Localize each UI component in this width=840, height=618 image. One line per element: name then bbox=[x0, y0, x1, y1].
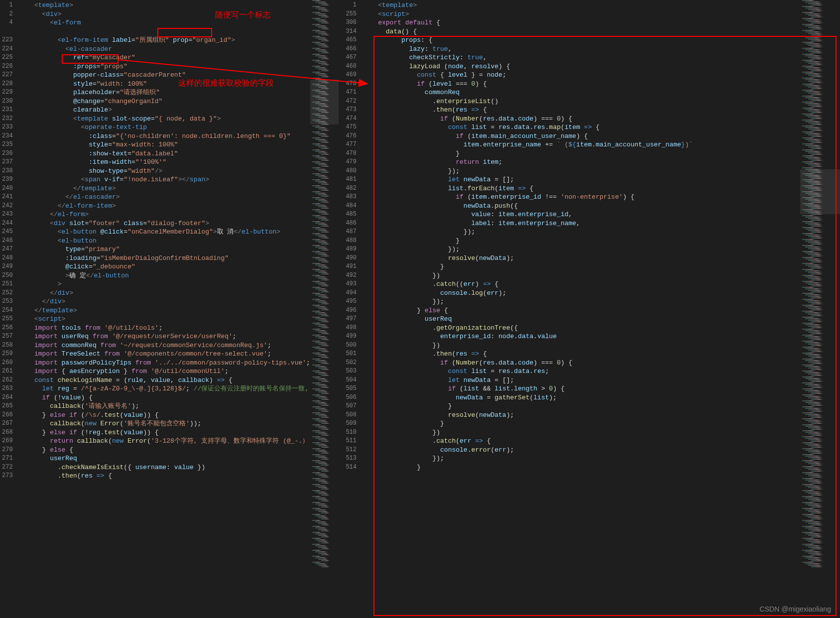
code-line[interactable]: show-type="width"/> bbox=[19, 167, 310, 176]
code-line[interactable]: .then(res => { bbox=[19, 472, 310, 481]
code-line[interactable]: } else { bbox=[19, 446, 310, 455]
code-line[interactable]: import passwordPolicyTips from '../../co… bbox=[19, 359, 310, 368]
code-line[interactable]: <el-button bbox=[19, 237, 310, 246]
code-line[interactable]: <el-button @click="onCancelMemberDialog"… bbox=[19, 228, 310, 237]
code-line[interactable] bbox=[19, 27, 310, 36]
code-line[interactable]: <script> bbox=[362, 10, 800, 19]
code-line[interactable]: > bbox=[19, 280, 310, 289]
code-line[interactable]: .then(res => { bbox=[362, 106, 800, 115]
minimap-slider[interactable] bbox=[800, 169, 840, 214]
code-line[interactable]: }) bbox=[362, 271, 800, 280]
code-line[interactable]: }) bbox=[362, 428, 800, 437]
code-line[interactable]: </el-form-item> bbox=[19, 202, 310, 211]
code-line[interactable]: }); bbox=[362, 167, 800, 176]
code-line[interactable]: .enterpriseList() bbox=[362, 97, 800, 106]
code-line[interactable]: </el-form> bbox=[19, 210, 310, 219]
code-line[interactable]: import commonReq from '~/request/commonS… bbox=[19, 341, 310, 350]
code-line[interactable]: <template> bbox=[19, 1, 310, 10]
code-line[interactable]: newData.push({ bbox=[362, 202, 800, 211]
code-line[interactable]: export default { bbox=[362, 18, 800, 27]
code-line[interactable]: popper-class="cascaderParent" bbox=[19, 71, 310, 80]
code-line[interactable]: .catch(err => { bbox=[362, 437, 800, 446]
code-line[interactable]: item.enterprise_name += ` (${item.main_a… bbox=[362, 140, 800, 149]
code-line[interactable]: const list = res.data.res.map(item => { bbox=[362, 123, 800, 132]
code-line[interactable]: if (!value) { bbox=[19, 393, 310, 402]
code-line[interactable]: userReq bbox=[19, 454, 310, 463]
code-line[interactable]: <template slot-scope="{ node, data }"> bbox=[19, 115, 310, 124]
code-line[interactable]: if (level === 0) { bbox=[362, 80, 800, 89]
code-line[interactable]: value: item.enterprise_id, bbox=[362, 210, 800, 219]
code-line[interactable]: } bbox=[362, 237, 800, 246]
code-line[interactable]: resolve(newData); bbox=[362, 254, 800, 263]
code-line[interactable]: return callback(new Error('3-128个字符, 支持字… bbox=[19, 437, 310, 446]
code-line[interactable]: :class="{'no-children': node.children.le… bbox=[19, 132, 310, 141]
minimap-right[interactable] bbox=[800, 0, 840, 618]
code-line[interactable]: if (item.enterprise_id !== 'non-enterpri… bbox=[362, 193, 800, 202]
code-line[interactable]: callback(new Error('账号名不能包含空格')); bbox=[19, 419, 310, 428]
code-line[interactable]: }); bbox=[362, 228, 800, 237]
code-line[interactable]: if (item.main_account_user_name) { bbox=[362, 132, 800, 141]
code-line[interactable]: import { aesEncryption } from '@/util/co… bbox=[19, 367, 310, 376]
code-line[interactable]: let newData = []; bbox=[362, 175, 800, 184]
code-line[interactable]: style="max-width: 100%" bbox=[19, 140, 310, 149]
code-line[interactable]: <operate-text-tip bbox=[19, 123, 310, 132]
code-line[interactable]: </div> bbox=[19, 289, 310, 298]
code-line[interactable]: if (list && list.length > 0) { bbox=[362, 384, 800, 393]
code-line[interactable]: clearable> bbox=[19, 106, 310, 115]
code-line[interactable]: return item; bbox=[362, 158, 800, 167]
code-line[interactable]: props: { bbox=[362, 36, 800, 45]
code-line[interactable]: .getOrganizationTree({ bbox=[362, 324, 800, 333]
code-line[interactable]: } bbox=[362, 149, 800, 158]
code-line[interactable]: import TreeSelect from '@/components/com… bbox=[19, 350, 310, 359]
code-line[interactable]: if (Number(res.data.code) === 0) { bbox=[362, 359, 800, 368]
code-line[interactable]: .checkNameIsExist({ username: value }) bbox=[19, 463, 310, 472]
code-line[interactable]: </template> bbox=[19, 306, 310, 315]
code-line[interactable]: <div> bbox=[19, 10, 310, 19]
code-line[interactable]: <script> bbox=[19, 315, 310, 324]
code-line[interactable]: :props="props" bbox=[19, 62, 310, 71]
code-line[interactable]: } else if (!reg.test(value)) { bbox=[19, 428, 310, 437]
code-line[interactable]: let newData = []; bbox=[362, 376, 800, 385]
code-line[interactable]: data() { bbox=[362, 27, 800, 36]
code-line[interactable]: const checkLoginName = (rule, value, cal… bbox=[19, 376, 310, 385]
code-line[interactable]: } bbox=[362, 402, 800, 411]
code-line[interactable]: :show-text="data.label" bbox=[19, 149, 310, 158]
code-line[interactable]: :loading="isMemberDialogConfirmBtnLoadin… bbox=[19, 254, 310, 263]
code-line[interactable]: </template> bbox=[19, 184, 310, 193]
code-line[interactable]: style="width: 100%" bbox=[19, 80, 310, 89]
code-line[interactable]: ref="myCascader" bbox=[19, 53, 310, 62]
code-line[interactable]: <template> bbox=[362, 1, 800, 10]
code-line[interactable]: newData = gatherSet(list); bbox=[362, 393, 800, 402]
code-line[interactable]: <span v-if="!node.isLeaf"></span> bbox=[19, 175, 310, 184]
code-line[interactable]: }); bbox=[362, 245, 800, 254]
minimap-left[interactable] bbox=[310, 0, 339, 618]
code-line[interactable]: @click="_debounce" bbox=[19, 262, 310, 271]
code-line[interactable]: } bbox=[362, 419, 800, 428]
code-line[interactable]: <el-form bbox=[19, 18, 310, 27]
code-line[interactable]: console.error(err); bbox=[362, 446, 800, 455]
code-line[interactable]: checkStrictly: true, bbox=[362, 53, 800, 62]
code-line[interactable]: >确 定</el-button bbox=[19, 271, 310, 280]
code-line[interactable]: @change="changeOrganId" bbox=[19, 97, 310, 106]
code-line[interactable]: </div> bbox=[19, 297, 310, 306]
code-line[interactable]: <div slot="footer" class="dialog-footer"… bbox=[19, 219, 310, 228]
code-line[interactable]: } bbox=[362, 262, 800, 271]
code-line[interactable]: <el-cascader bbox=[19, 45, 310, 54]
code-line[interactable]: lazy: true, bbox=[362, 45, 800, 54]
code-line[interactable]: </el-cascader> bbox=[19, 193, 310, 202]
code-line[interactable]: }) bbox=[362, 341, 800, 350]
code-line[interactable]: type="primary" bbox=[19, 245, 310, 254]
code-area-left[interactable]: <template> <div> <el-form <el-form-item … bbox=[19, 0, 310, 618]
code-line[interactable]: .then(res => { bbox=[362, 350, 800, 359]
code-line[interactable]: const list = res.data.res; bbox=[362, 367, 800, 376]
code-line[interactable]: }); bbox=[362, 297, 800, 306]
code-line[interactable]: callback('请输入账号名'); bbox=[19, 402, 310, 411]
code-line[interactable]: placeholder="请选择组织" bbox=[19, 88, 310, 97]
code-line[interactable]: console.log(err); bbox=[362, 289, 800, 298]
code-line[interactable]: let reg = /^[a-zA-Z0-9_\-@.]{3,128}$/; /… bbox=[19, 384, 310, 393]
code-line[interactable]: lazyLoad (node, resolve) { bbox=[362, 62, 800, 71]
code-line[interactable]: label: item.enterprise_name, bbox=[362, 219, 800, 228]
code-line[interactable]: import tools from '@/util/tools'; bbox=[19, 324, 310, 333]
code-line[interactable]: commonReq bbox=[362, 88, 800, 97]
code-line[interactable]: import userReq from '@/request/userServi… bbox=[19, 332, 310, 341]
